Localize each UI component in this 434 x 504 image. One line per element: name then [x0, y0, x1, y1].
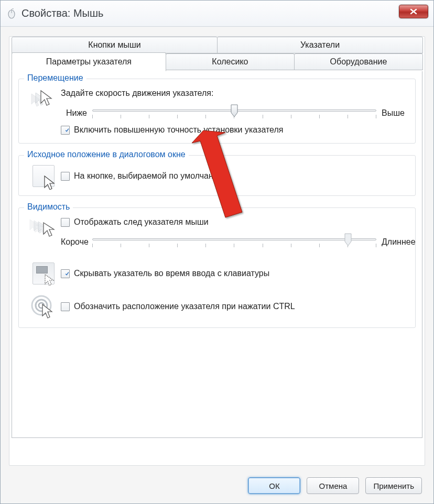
- dialog-button-bar: ОК Отмена Применить: [248, 477, 422, 494]
- tab-wheel[interactable]: Колесико: [166, 53, 295, 70]
- window-title: Свойства: Мышь: [21, 7, 103, 19]
- dialog-client: Кнопки мыши Указатели Параметры указател…: [9, 36, 425, 466]
- pointer-speed-slider[interactable]: Ниже: [61, 105, 408, 121]
- hide-cursor-label: Скрывать указатель во время ввода с клав…: [74, 269, 269, 278]
- ctrl-locate-checkbox[interactable]: [61, 302, 70, 311]
- mouse-icon: [6, 8, 17, 19]
- apply-button[interactable]: Применить: [365, 477, 422, 494]
- hide-cursor-icon: [26, 262, 61, 284]
- pointer-speed-label: Задайте скорость движения указателя:: [61, 89, 408, 98]
- trail-label: Отображать след указателя мыши: [74, 217, 209, 227]
- tab-hardware[interactable]: Оборудование: [294, 53, 423, 70]
- tab-pointers[interactable]: Указатели: [217, 37, 423, 53]
- dialog-window: Свойства: Мышь Кнопки мыши Указатели Пар…: [0, 0, 434, 504]
- tab-buttons[interactable]: Кнопки мыши: [12, 37, 218, 53]
- cancel-button[interactable]: Отмена: [307, 477, 359, 494]
- titlebar: Свойства: Мышь: [1, 1, 433, 27]
- trail-max-label: Длиннее: [376, 237, 408, 247]
- snap-icon: [26, 165, 61, 187]
- enhance-precision-checkbox[interactable]: [61, 126, 70, 135]
- tab-pointer-options[interactable]: Параметры указателя: [12, 52, 166, 71]
- group-snap: Исходное положение в диалоговом окне На …: [18, 155, 416, 196]
- snap-checkbox[interactable]: [61, 172, 70, 181]
- tab-row-1: Кнопки мыши Указатели: [12, 37, 422, 53]
- ctrl-locate-label: Обозначить расположение указателя при на…: [74, 302, 295, 311]
- trail-length-slider: Короче Длиннее: [61, 234, 408, 250]
- group-visibility-legend: Видимость: [24, 202, 73, 212]
- trail-checkbox[interactable]: [61, 218, 70, 227]
- group-snap-legend: Исходное положение в диалоговом окне: [24, 150, 189, 159]
- tab-content: Перемещение Задайте скорость движения ук…: [12, 71, 422, 438]
- close-button[interactable]: [399, 5, 428, 18]
- trail-min-label: Короче: [61, 237, 92, 247]
- group-motion-legend: Перемещение: [24, 73, 86, 83]
- ctrl-locate-icon: [26, 294, 61, 319]
- hide-cursor-checkbox[interactable]: [61, 269, 70, 278]
- tab-row-2: Параметры указателя Колесико Оборудовани…: [12, 53, 422, 71]
- slider-max-label: Выше: [376, 108, 408, 118]
- ok-button[interactable]: ОК: [248, 477, 300, 494]
- trail-icon: [26, 217, 61, 239]
- slider-min-label: Ниже: [61, 108, 92, 118]
- group-motion: Перемещение Задайте скорость движения ук…: [18, 79, 416, 144]
- snap-label: На кнопке, выбираемой по умолчанию: [74, 171, 224, 181]
- pointer-speed-icon: [26, 89, 61, 109]
- group-visibility: Видимость Отображать след ука: [18, 207, 416, 328]
- enhance-precision-label: Включить повышенную точность установки у…: [74, 125, 283, 135]
